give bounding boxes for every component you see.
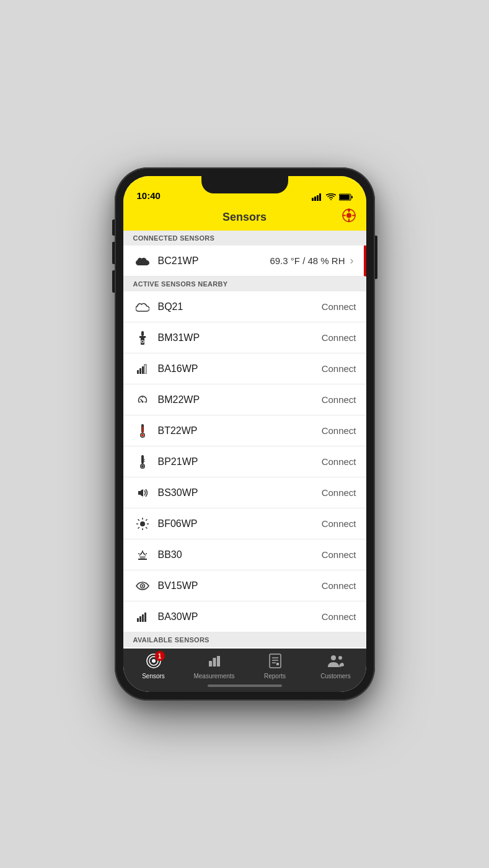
svg-rect-58 bbox=[213, 658, 216, 666]
connect-ba30wp[interactable]: Connect bbox=[322, 611, 356, 622]
sensor-row-bm22wp[interactable]: BM22WP Connect bbox=[123, 384, 366, 415]
svg-line-43 bbox=[138, 519, 139, 520]
sensor-value-bc21wp: 69.3 °F / 48 % RH bbox=[270, 255, 345, 266]
customers-tab-icon-wrap bbox=[327, 653, 345, 671]
tab-reports[interactable]: Reports bbox=[245, 653, 306, 680]
svg-rect-18 bbox=[144, 365, 146, 374]
battery-icon bbox=[339, 193, 353, 201]
svg-rect-9 bbox=[348, 209, 350, 211]
reports-tab-icon-wrap bbox=[268, 653, 282, 671]
sensor-name-bb30: BB30 bbox=[158, 549, 322, 560]
sensor-row-bc21wp-connected[interactable]: BC21WP 69.3 °F / 48 % RH › bbox=[123, 246, 366, 277]
sensor-name-bs30wp: BS30WP bbox=[158, 487, 322, 498]
svg-marker-36 bbox=[141, 489, 143, 497]
cloud-icon bbox=[133, 256, 152, 266]
signal-bars-icon bbox=[133, 364, 152, 374]
connect-bb30[interactable]: Connect bbox=[322, 549, 356, 560]
svg-rect-64 bbox=[276, 663, 279, 665]
sensor-name-bf06wp: BF06WP bbox=[158, 518, 322, 529]
sensor-row-bf06wp[interactable]: BF06WP Connect bbox=[123, 508, 366, 539]
sensor-row-bt22wp[interactable]: BT22WP Connect bbox=[123, 415, 366, 446]
svg-rect-60 bbox=[270, 654, 281, 668]
sensor-settings-icon[interactable] bbox=[341, 208, 356, 226]
svg-point-54 bbox=[152, 659, 156, 663]
available-sensors-header: AVAILABLE SENSORS bbox=[123, 632, 366, 647]
sensor-row-bs30wp[interactable]: BS30WP Connect bbox=[123, 477, 366, 508]
svg-point-47 bbox=[142, 551, 143, 552]
svg-rect-37 bbox=[138, 491, 141, 495]
svg-rect-59 bbox=[217, 656, 220, 666]
connect-bq21[interactable]: Connect bbox=[322, 301, 356, 312]
sensors-badge: 1 bbox=[155, 651, 165, 661]
tab-sensors[interactable]: 1 Sensors bbox=[123, 653, 184, 680]
tab-measurements[interactable]: Measurements bbox=[184, 653, 245, 680]
sensor-row-bp21wp[interactable]: BP21WP Connect bbox=[123, 446, 366, 477]
measurements-tab-icon-wrap bbox=[207, 653, 222, 671]
status-icons bbox=[312, 193, 353, 201]
sensor-bar-icon bbox=[133, 331, 152, 345]
active-sensors-header: ACTIVE SENSORS NEARBY bbox=[123, 277, 366, 291]
sound-icon bbox=[133, 487, 152, 498]
sensor-row-bb30[interactable]: BB30 Connect bbox=[123, 539, 366, 570]
connect-bp21wp[interactable]: Connect bbox=[322, 456, 356, 467]
connect-bt22wp[interactable]: Connect bbox=[322, 425, 356, 436]
sensors-tab-label: Sensors bbox=[142, 673, 165, 680]
phone-wrapper: 10:40 bbox=[115, 167, 375, 701]
svg-rect-15 bbox=[137, 370, 139, 374]
thermometer-icon bbox=[133, 424, 152, 438]
svg-rect-52 bbox=[142, 614, 144, 622]
home-indicator bbox=[208, 684, 282, 687]
connect-bv15wp[interactable]: Connect bbox=[322, 580, 356, 591]
svg-rect-2 bbox=[317, 195, 319, 201]
connect-bm22wp[interactable]: Connect bbox=[322, 394, 356, 405]
light-icon bbox=[133, 517, 152, 531]
connect-bf06wp[interactable]: Connect bbox=[322, 518, 356, 529]
sensor-row-bm31wp[interactable]: BM31WP Connect bbox=[123, 322, 366, 353]
wifi-icon bbox=[326, 193, 336, 201]
sensor-name-bm31wp: BM31WP bbox=[158, 332, 322, 343]
water-level-icon bbox=[133, 549, 152, 561]
volume-up-button[interactable] bbox=[112, 242, 115, 264]
tab-bar: 1 Sensors Measurements bbox=[123, 649, 366, 692]
tab-customers[interactable]: Customers bbox=[306, 653, 366, 680]
svg-rect-51 bbox=[139, 616, 141, 622]
reports-icon bbox=[268, 653, 282, 668]
sensor-row-ba30wp[interactable]: BA30WP Connect bbox=[123, 601, 366, 632]
sensor-name-bv15wp: BV15WP bbox=[158, 580, 322, 591]
connect-bs30wp[interactable]: Connect bbox=[322, 487, 356, 498]
sensor-name-ba16wp: BA16WP bbox=[158, 363, 322, 374]
svg-point-33 bbox=[141, 465, 144, 467]
eye-icon bbox=[133, 581, 152, 591]
app-header: Sensors bbox=[123, 203, 366, 231]
sensor-row-bv15wp[interactable]: BV15WP Connect bbox=[123, 570, 366, 601]
svg-point-14 bbox=[141, 340, 143, 342]
svg-point-66 bbox=[338, 656, 342, 660]
sensor-name-ba30wp: BA30WP bbox=[158, 611, 322, 622]
header-title: Sensors bbox=[222, 211, 267, 224]
svg-point-28 bbox=[141, 434, 144, 436]
connect-bm31wp[interactable]: Connect bbox=[322, 332, 356, 343]
svg-rect-10 bbox=[141, 331, 144, 336]
svg-line-44 bbox=[146, 527, 147, 528]
sensor-row-bq21[interactable]: BQ21 Connect bbox=[123, 291, 366, 322]
sensor-row-ba16wp[interactable]: BA16WP Connect bbox=[123, 353, 366, 384]
connected-sensors-header: CONNECTED SENSORS bbox=[123, 231, 366, 246]
svg-rect-11 bbox=[139, 336, 146, 338]
measurements-tab-label: Measurements bbox=[193, 673, 234, 680]
sensor-name-bt22wp: BT22WP bbox=[158, 425, 322, 436]
svg-line-45 bbox=[146, 519, 147, 520]
svg-rect-57 bbox=[209, 661, 212, 666]
volume-down-button[interactable] bbox=[112, 270, 115, 293]
svg-rect-27 bbox=[142, 427, 143, 433]
sensor-list: CONNECTED SENSORS BC21WP 69.3 °F / 48 % … bbox=[123, 231, 366, 649]
signal-icon bbox=[312, 193, 323, 201]
svg-point-49 bbox=[141, 585, 143, 587]
power-button[interactable] bbox=[375, 236, 377, 279]
svg-rect-6 bbox=[351, 196, 353, 198]
sensor-name-bq21: BQ21 bbox=[158, 301, 322, 312]
svg-rect-50 bbox=[137, 618, 139, 622]
sensor-name-bc21wp-c: BC21WP bbox=[158, 255, 270, 267]
silent-switch[interactable] bbox=[112, 219, 115, 236]
svg-point-7 bbox=[346, 213, 351, 218]
connect-ba16wp[interactable]: Connect bbox=[322, 363, 356, 374]
